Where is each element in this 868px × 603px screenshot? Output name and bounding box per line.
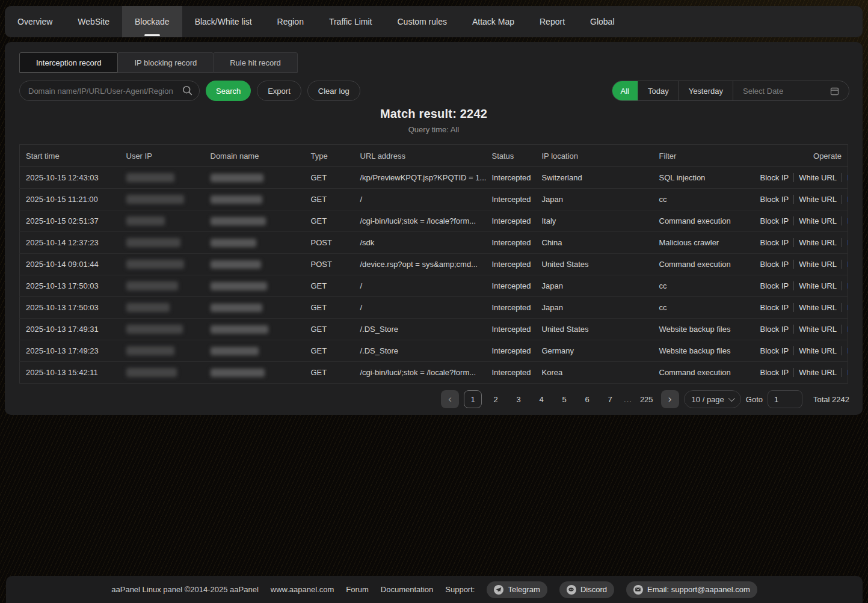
nav-item-global[interactable]: Global xyxy=(577,6,627,37)
next-page-button[interactable]: › xyxy=(661,390,679,408)
page-button-7[interactable]: 7 xyxy=(601,390,619,408)
white-url-link[interactable]: White URL xyxy=(793,368,842,377)
cell-type: GET xyxy=(305,275,354,297)
page-button-4[interactable]: 4 xyxy=(532,390,550,408)
white-url-link[interactable]: White URL xyxy=(793,325,842,334)
discord-button[interactable]: Discord xyxy=(559,581,614,598)
block-ip-link[interactable]: Block IP xyxy=(756,173,794,182)
white-url-link[interactable]: White URL xyxy=(793,260,842,269)
cell-ip-location: Japan xyxy=(536,297,653,319)
block-ip-link[interactable]: Block IP xyxy=(756,368,794,377)
goto-page-input[interactable] xyxy=(768,390,802,408)
cell-status: Intercepted xyxy=(486,210,536,232)
user-ip-redacted xyxy=(126,216,165,225)
date-picker[interactable] xyxy=(733,81,849,100)
block-ip-link[interactable]: Block IP xyxy=(756,216,794,225)
nav-item-black-white-list[interactable]: Black/White list xyxy=(182,6,265,37)
search-icon[interactable] xyxy=(182,85,192,96)
date-filter-all[interactable]: All xyxy=(612,81,638,100)
footer-docs-link[interactable]: Documentation xyxy=(381,585,433,594)
domain-name-redacted xyxy=(211,325,268,334)
details-link[interactable]: Details xyxy=(842,238,848,247)
cell-start-time: 2025-10-15 11:21:00 xyxy=(20,189,120,210)
table-row: 2025-10-13 17:49:31GET/.DS_StoreIntercep… xyxy=(20,319,848,340)
block-ip-link[interactable]: Block IP xyxy=(756,325,794,334)
user-ip-redacted xyxy=(126,260,184,269)
nav-item-label: Overview xyxy=(17,17,52,26)
date-filter-group: All Today Yesterday xyxy=(612,81,850,101)
cell-operate: Block IPWhite URLDetails xyxy=(749,210,848,232)
cell-type: POST xyxy=(305,254,354,275)
cell-filter: cc xyxy=(653,275,749,297)
date-filter-today[interactable]: Today xyxy=(638,81,679,100)
details-link[interactable]: Details xyxy=(842,368,848,377)
cell-filter: Command execution xyxy=(653,210,749,232)
details-link[interactable]: Details xyxy=(842,216,848,225)
date-filter-yesterday[interactable]: Yesterday xyxy=(679,81,733,100)
nav-item-custom-rules[interactable]: Custom rules xyxy=(385,6,460,37)
white-url-link[interactable]: White URL xyxy=(793,238,842,247)
details-link[interactable]: Details xyxy=(842,325,848,334)
cell-status: Intercepted xyxy=(486,362,536,384)
search-input[interactable] xyxy=(19,81,200,101)
date-picker-input[interactable] xyxy=(743,87,821,96)
block-ip-link[interactable]: Block IP xyxy=(756,238,794,247)
nav-item-attack-map[interactable]: Attack Map xyxy=(460,6,527,37)
white-url-link[interactable]: White URL xyxy=(793,303,842,312)
block-ip-link[interactable]: Block IP xyxy=(756,281,794,290)
tab-rule-hit-record[interactable]: Rule hit record xyxy=(213,52,298,73)
column-header-ip-location: IP location xyxy=(536,145,653,167)
nav-item-region[interactable]: Region xyxy=(265,6,316,37)
cell-filter: Command execution xyxy=(653,254,749,275)
block-ip-link[interactable]: Block IP xyxy=(756,346,794,355)
page-button-last[interactable]: 225 xyxy=(637,390,656,408)
block-ip-link[interactable]: Block IP xyxy=(756,303,794,312)
tab-interception-record[interactable]: Interception record xyxy=(19,52,118,73)
prev-page-button[interactable]: ‹ xyxy=(441,390,459,408)
white-url-link[interactable]: White URL xyxy=(793,216,842,225)
page-size-select[interactable]: 10 / page xyxy=(684,390,741,408)
nav-item-blockade[interactable]: Blockade xyxy=(122,6,182,37)
page-button-2[interactable]: 2 xyxy=(487,390,505,408)
cell-status: Intercepted xyxy=(486,232,536,254)
page-button-1[interactable]: 1 xyxy=(464,390,482,408)
footer-support-label: Support: xyxy=(445,585,475,594)
column-header-user-ip: User IP xyxy=(120,145,205,167)
page-button-5[interactable]: 5 xyxy=(555,390,573,408)
nav-item-label: Custom rules xyxy=(398,17,447,26)
cell-filter: cc xyxy=(653,297,749,319)
page-button-3[interactable]: 3 xyxy=(509,390,528,408)
cell-start-time: 2025-10-14 09:01:44 xyxy=(20,254,120,275)
clear-log-button[interactable]: Clear log xyxy=(307,81,360,101)
email-button[interactable]: Email: support@aapanel.com xyxy=(626,581,757,598)
telegram-button[interactable]: Telegram xyxy=(487,581,547,598)
details-link[interactable]: Details xyxy=(842,195,848,204)
white-url-link[interactable]: White URL xyxy=(793,346,842,355)
white-url-link[interactable]: White URL xyxy=(793,195,842,204)
details-link[interactable]: Details xyxy=(842,281,848,290)
table-row: 2025-10-13 17:50:03GET/InterceptedJapanc… xyxy=(20,275,848,297)
cell-url: /sdk xyxy=(354,232,486,254)
block-ip-link[interactable]: Block IP xyxy=(756,195,794,204)
nav-item-website[interactable]: WebSite xyxy=(65,6,122,37)
details-link[interactable]: Details xyxy=(842,173,848,182)
nav-item-report[interactable]: Report xyxy=(527,6,577,37)
white-url-link[interactable]: White URL xyxy=(793,281,842,290)
cell-type: GET xyxy=(305,189,354,210)
search-button[interactable]: Search xyxy=(206,81,251,101)
nav-item-traffic-limit[interactable]: Traffic Limit xyxy=(316,6,385,37)
footer-forum-link[interactable]: Forum xyxy=(346,585,369,594)
page-button-6[interactable]: 6 xyxy=(578,390,596,408)
details-link[interactable]: Details xyxy=(842,303,848,312)
block-ip-link[interactable]: Block IP xyxy=(756,260,794,269)
footer-website-link[interactable]: www.aapanel.com xyxy=(271,585,334,594)
cell-url: /device.rsp?opt = sys&amp;cmd... xyxy=(354,254,486,275)
nav-item-overview[interactable]: Overview xyxy=(5,6,65,37)
export-button[interactable]: Export xyxy=(257,81,301,101)
cell-filter: Command execution xyxy=(653,362,749,384)
tab-ip-blocking-record[interactable]: IP blocking record xyxy=(117,52,214,73)
white-url-link[interactable]: White URL xyxy=(793,173,842,182)
details-link[interactable]: Details xyxy=(842,346,848,355)
details-link[interactable]: Details xyxy=(842,260,848,269)
cell-domain-name xyxy=(205,297,305,319)
